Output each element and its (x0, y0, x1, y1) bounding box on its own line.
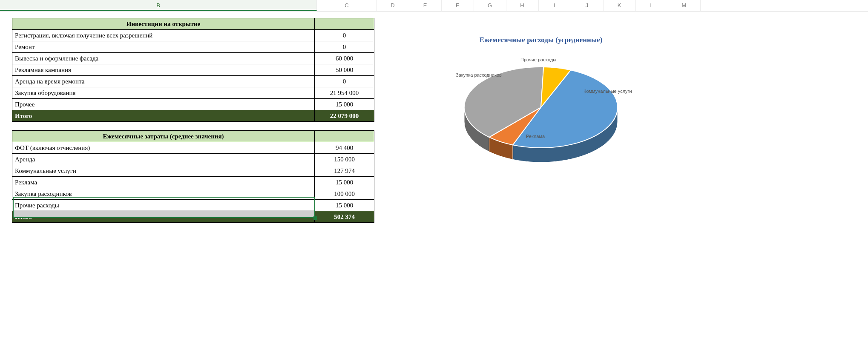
column-header-L[interactable]: L (635, 0, 668, 11)
table-row-value[interactable]: 150 000 (315, 154, 374, 165)
column-header-C[interactable]: C (317, 0, 377, 11)
column-header-M[interactable]: M (668, 0, 701, 11)
table-row-label[interactable]: Коммунальные услуги (12, 165, 315, 177)
selection-handle[interactable] (313, 216, 317, 220)
table-row-label[interactable]: Регистрация, включая получение всех разр… (12, 30, 315, 41)
column-header-F[interactable]: F (441, 0, 474, 11)
table-row-label[interactable]: ФОТ (включая отчисления) (12, 142, 315, 154)
chart-slice-label: Прочие расходы (520, 57, 556, 62)
column-header-B[interactable]: B (0, 0, 317, 11)
table-row-value[interactable]: 0 (315, 30, 374, 41)
column-header-K[interactable]: K (603, 0, 636, 11)
table-investments-title[interactable]: Инвестиции на открытие (12, 18, 315, 30)
table-monthly-costs-total-value[interactable]: 502 374 (315, 211, 374, 223)
table-monthly-costs-title-blank[interactable] (315, 131, 374, 142)
table-investments-total-value[interactable]: 22 079 000 (315, 110, 374, 122)
table-row-label[interactable]: Реклама (12, 177, 315, 188)
chart-slice-label: Закупка расходников (456, 72, 502, 78)
table-row-value[interactable]: 127 974 (315, 165, 374, 177)
chart-slice-label: Коммунальные услуги (583, 89, 632, 94)
column-header-H[interactable]: H (506, 0, 539, 11)
table-monthly-costs-title[interactable]: Ежемесячные затраты (среднее значения) (12, 131, 315, 142)
table-investments-total-label[interactable]: Итого (12, 110, 315, 122)
table-row-value[interactable]: 15 000 (315, 177, 374, 188)
table-investments-title-blank[interactable] (315, 18, 374, 30)
column-header-E[interactable]: E (409, 0, 442, 11)
column-header-J[interactable]: J (571, 0, 604, 11)
column-header-bar: B C D E F G H I J K L M (0, 0, 868, 11)
table-row-label[interactable]: Рекламная кампания (12, 64, 315, 76)
table-row-value[interactable]: 50 000 (315, 64, 374, 76)
selection-border (13, 197, 315, 218)
chart-title: Ежемесячные расходы (усредненные) (426, 36, 656, 44)
cell-selection[interactable] (13, 197, 315, 218)
table-row-label[interactable]: Аренда (12, 154, 315, 165)
column-header-G[interactable]: G (474, 0, 506, 11)
table-row-label[interactable]: Ремонт (12, 41, 315, 53)
table-row-label[interactable]: Вывеска и оформление фасада (12, 53, 315, 64)
chart-monthly-expenses[interactable]: Ежемесячные расходы (усредненные) Коммун… (426, 30, 656, 175)
table-investments: Инвестиции на открытие Регистрация, вклю… (12, 18, 374, 122)
spreadsheet-viewport: B C D E F G H I J K L M Инвестиции на от… (0, 0, 868, 339)
column-header-I[interactable]: I (538, 0, 571, 11)
table-row-value[interactable]: 15 000 (315, 200, 374, 211)
table-row-value[interactable]: 60 000 (315, 53, 374, 64)
table-row-value[interactable]: 0 (315, 41, 374, 53)
table-row-value[interactable]: 0 (315, 76, 374, 87)
column-header-D[interactable]: D (377, 0, 409, 11)
table-row-value[interactable]: 21 954 000 (315, 87, 374, 99)
chart-slice-label: Реклама (526, 134, 545, 139)
table-row-value[interactable]: 15 000 (315, 99, 374, 110)
table-row-value[interactable]: 94 400 (315, 142, 374, 154)
table-row-label[interactable]: Прочее (12, 99, 315, 110)
table-row-label[interactable]: Аренда на время ремонта (12, 76, 315, 87)
table-row-label[interactable]: Закупка оборудования (12, 87, 315, 99)
table-row-value[interactable]: 100 000 (315, 188, 374, 200)
